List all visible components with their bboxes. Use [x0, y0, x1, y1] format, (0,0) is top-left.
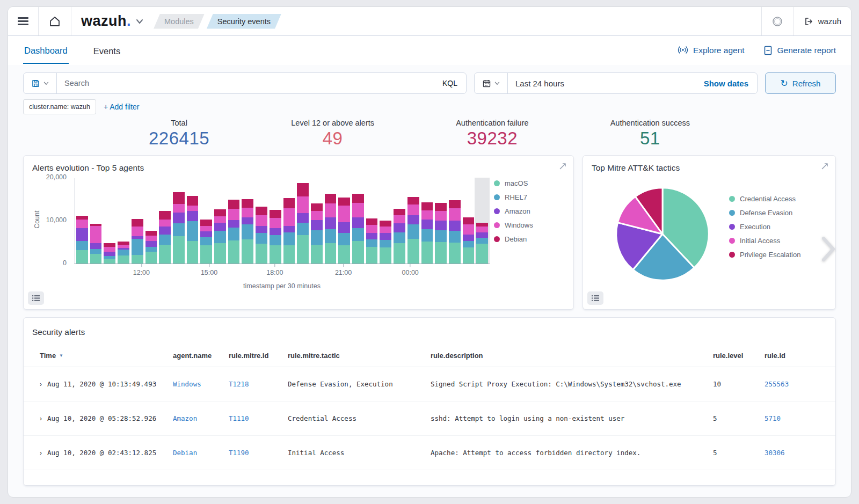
bar[interactable]: [380, 221, 391, 264]
legend-item-defense-evasion[interactable]: Defense Evasion: [729, 209, 820, 217]
cell-rule-mitre-id[interactable]: T1218: [229, 380, 288, 388]
column-header-label: rule.level: [713, 352, 743, 360]
cell-agent-name[interactable]: Amazon: [173, 414, 229, 422]
bar[interactable]: [118, 242, 129, 264]
column-header-rule-description[interactable]: rule.description: [431, 352, 713, 360]
chevron-down-icon[interactable]: [134, 16, 145, 27]
bar[interactable]: [200, 220, 212, 264]
tab-dashboard[interactable]: Dashboard: [23, 38, 69, 64]
table-row[interactable]: ›Aug 11, 2020 @ 10:13:49.493WindowsT1218…: [24, 367, 835, 401]
bar[interactable]: [283, 198, 295, 264]
expand-row-chevron[interactable]: ›: [40, 381, 42, 388]
column-header-rule-id[interactable]: rule.id: [765, 352, 827, 360]
panel-options-button[interactable]: [28, 291, 44, 305]
time-range-value[interactable]: Last 24 hours: [508, 79, 572, 88]
show-dates-button[interactable]: Show dates: [695, 79, 757, 88]
list-icon: [32, 295, 40, 302]
bar[interactable]: [338, 198, 350, 264]
breadcrumb-modules[interactable]: Modules: [154, 14, 205, 29]
bar[interactable]: [104, 243, 115, 264]
bar[interactable]: [242, 199, 253, 264]
bar[interactable]: [256, 207, 267, 264]
bar-segment-windows: [435, 211, 447, 221]
bar[interactable]: [297, 183, 309, 264]
kql-button[interactable]: KQL: [434, 79, 466, 87]
column-header-rule-mitre-tactic[interactable]: rule.mitre.tactic: [288, 352, 431, 360]
legend-item-amazon[interactable]: Amazon: [494, 207, 564, 215]
cell-rule-id[interactable]: 30306: [765, 449, 827, 457]
bar[interactable]: [173, 192, 185, 264]
bar[interactable]: [394, 209, 405, 264]
bar[interactable]: [145, 231, 157, 264]
bar[interactable]: [325, 194, 337, 264]
legend-item-initial-access[interactable]: Initial Access: [729, 237, 820, 245]
bar[interactable]: [214, 209, 226, 264]
cell-rule-mitre-id[interactable]: T1110: [229, 414, 288, 422]
health-button[interactable]: [762, 7, 793, 35]
bar[interactable]: [352, 194, 364, 264]
expand-icon[interactable]: [821, 162, 829, 170]
expand-row-chevron[interactable]: ›: [40, 415, 42, 422]
cell-agent-name[interactable]: Windows: [173, 380, 229, 388]
menu-button[interactable]: [8, 7, 38, 35]
legend-item-credential-access[interactable]: Credential Access: [729, 195, 820, 203]
column-header-time[interactable]: Time▼: [40, 352, 173, 360]
column-header-agent-name[interactable]: agent.name: [173, 352, 229, 360]
bar[interactable]: [435, 203, 447, 264]
cell-agent-name[interactable]: Debian: [173, 449, 229, 457]
bar[interactable]: [449, 200, 461, 264]
bar[interactable]: [187, 196, 199, 264]
bar-segment-debian: [297, 183, 309, 196]
legend-item-windows[interactable]: Windows: [494, 221, 564, 229]
bar-segment-windows: [394, 215, 405, 223]
tab-events[interactable]: Events: [92, 38, 121, 63]
bar-segment-debian: [104, 243, 115, 247]
legend-item-execution[interactable]: Execution: [729, 223, 820, 231]
search-input[interactable]: [57, 79, 434, 87]
bar[interactable]: [463, 217, 475, 264]
bar-segment-amazon: [270, 228, 281, 235]
legend-item-debian[interactable]: Debian: [494, 235, 564, 243]
bar[interactable]: [228, 200, 240, 264]
next-page-chevron[interactable]: [819, 235, 838, 263]
explore-agent-button[interactable]: Explore agent: [677, 45, 745, 56]
bar[interactable]: [366, 218, 378, 264]
bar[interactable]: [90, 224, 102, 264]
legend-item-macos[interactable]: macOS: [494, 179, 564, 187]
expand-row-chevron[interactable]: ›: [40, 449, 42, 457]
bar[interactable]: [270, 210, 281, 264]
logout-button[interactable]: wazuh: [794, 7, 851, 35]
breadcrumb-security-events[interactable]: Security events: [207, 14, 281, 29]
add-filter-button[interactable]: + Add filter: [104, 103, 140, 111]
column-header-rule-mitre-id[interactable]: rule.mitre.id: [229, 352, 288, 360]
saved-queries-button[interactable]: [24, 73, 57, 93]
bar[interactable]: [132, 219, 143, 264]
bar[interactable]: [407, 197, 419, 264]
bar[interactable]: [76, 216, 88, 264]
cell-rule-id[interactable]: 255563: [765, 380, 827, 388]
bar-segment-macos: [311, 245, 323, 264]
legend-item-rhel7[interactable]: RHEL7: [494, 193, 564, 201]
legend-item-privilege-escalation[interactable]: Privilege Escalation: [729, 251, 820, 259]
filter-chip-cluster[interactable]: cluster.name: wazuh: [23, 99, 96, 114]
expand-icon[interactable]: [559, 162, 567, 170]
home-button[interactable]: [39, 7, 71, 35]
bar[interactable]: [421, 202, 433, 264]
calendar-button[interactable]: [475, 73, 508, 93]
explore-agent-label: Explore agent: [693, 46, 745, 55]
cell-rule-id[interactable]: 5710: [765, 414, 827, 422]
table-row[interactable]: ›Aug 10, 2020 @ 05:28:52.926AmazonT1110C…: [24, 401, 835, 436]
bar[interactable]: [311, 203, 323, 264]
table-row[interactable]: ›Aug 10, 2020 @ 02:43:12.825DebianT1190I…: [24, 436, 835, 470]
wazuh-logo[interactable]: wazuh.: [71, 13, 134, 30]
column-header-rule-level[interactable]: rule.level: [713, 352, 765, 360]
stat-total: Total226415: [149, 119, 209, 149]
bar-segment-rhel7: [145, 247, 157, 252]
cell-rule-mitre-id[interactable]: T1190: [229, 449, 288, 457]
generate-report-button[interactable]: Generate report: [763, 45, 836, 56]
panel-options-button[interactable]: [587, 291, 603, 305]
bar-segment-amazon: [228, 220, 240, 228]
bar[interactable]: [476, 223, 488, 264]
refresh-button[interactable]: ↻ Refresh: [765, 72, 836, 94]
bar[interactable]: [159, 211, 171, 264]
